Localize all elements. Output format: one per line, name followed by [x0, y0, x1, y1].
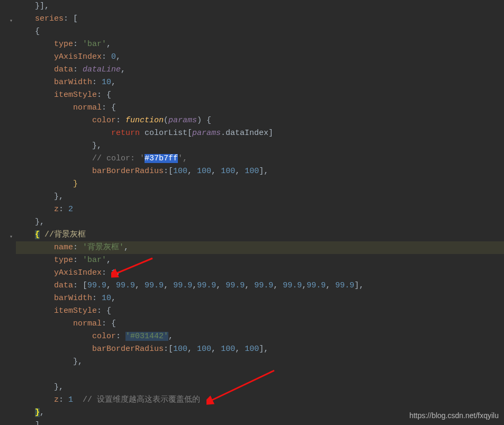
- code-editor[interactable]: }], series: [ { type: 'bar', yAxisIndex:…: [0, 0, 504, 425]
- search-match: '#031442': [125, 332, 168, 341]
- code-line: color: function(params) {: [16, 114, 504, 127]
- code-line: normal: {: [16, 102, 504, 114]
- code-line: z: 1 // 设置维度越高这表示覆盖低的: [16, 394, 504, 406]
- code-line: { //背景灰框: [16, 229, 504, 241]
- code-line: yAxisIndex: 1,: [16, 267, 504, 279]
- code-line: },: [16, 191, 504, 203]
- code-line: data: dataLine,: [16, 64, 504, 76]
- fold-icon[interactable]: ▾: [10, 231, 13, 243]
- code-line: },: [16, 381, 504, 394]
- code-line: return colorList[params.dataIndex]: [16, 127, 504, 140]
- code-line: barBorderRadius:[100, 100, 100, 100],: [16, 165, 504, 178]
- code-line: [16, 368, 504, 381]
- code-line: {: [16, 25, 504, 38]
- code-line: z: 2: [16, 203, 504, 216]
- code-line: series: [: [16, 13, 504, 25]
- code-line: },: [16, 216, 504, 229]
- code-line: }],: [16, 0, 504, 13]
- code-line: data: [99.9, 99.9, 99.9, 99.9,99.9, 99.9…: [16, 279, 504, 292]
- code-line: barBorderRadius:[100, 100, 100, 100],: [16, 343, 504, 356]
- code-line: itemStyle: {: [16, 305, 504, 318]
- code-line: }: [16, 178, 504, 191]
- code-line: },: [16, 140, 504, 152]
- fold-icon[interactable]: ▾: [10, 15, 13, 28]
- code-line: color: '#031442',: [16, 330, 504, 343]
- watermark: https://blog.csdn.net/fxqyilu: [409, 409, 499, 422]
- matched-brace: }: [35, 408, 40, 417]
- code-line: },: [16, 356, 504, 368]
- selected-text: #37b7ff: [145, 154, 178, 163]
- code-line: name: '背景灰框',: [16, 241, 504, 254]
- code-line: type: 'bar',: [16, 254, 504, 267]
- code-line: yAxisIndex: 0,: [16, 51, 504, 64]
- code-line: barWidth: 10,: [16, 292, 504, 305]
- code-line: barWidth: 10,: [16, 76, 504, 89]
- matched-brace: {: [35, 230, 40, 239]
- code-line: itemStyle: {: [16, 89, 504, 102]
- code-line: type: 'bar',: [16, 38, 504, 51]
- code-line: // color: '#37b7ff',: [16, 152, 504, 165]
- code-line: normal: {: [16, 318, 504, 330]
